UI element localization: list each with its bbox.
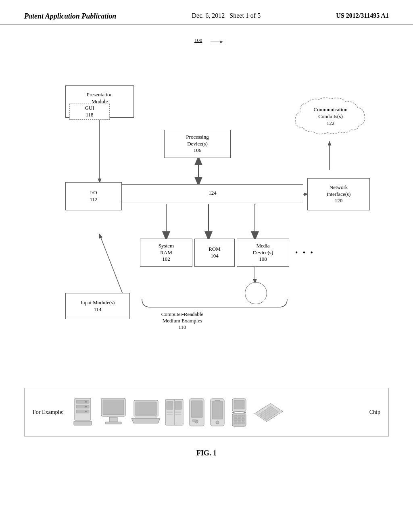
svg-rect-27 bbox=[167, 401, 173, 409]
network-interface-box: NetworkInterface(s)120 bbox=[307, 178, 370, 210]
page-header: Patent Application Publication Dec. 6, 2… bbox=[0, 0, 413, 25]
svg-rect-13 bbox=[76, 405, 89, 408]
sheet-info: Sheet 1 of 5 bbox=[229, 12, 261, 19]
ellipsis-dots: • • • bbox=[295, 249, 315, 257]
svg-point-17 bbox=[85, 406, 87, 407]
publication-number: US 2012/311495 A1 bbox=[336, 12, 389, 19]
svg-rect-21 bbox=[109, 417, 117, 422]
media-device-box: MediaDevice(s)108 bbox=[237, 239, 289, 267]
disk-icon bbox=[245, 282, 267, 304]
svg-rect-46 bbox=[234, 415, 237, 418]
svg-rect-52 bbox=[234, 422, 237, 424]
tablet-book-icon bbox=[164, 398, 184, 426]
svg-point-41 bbox=[216, 421, 219, 424]
svg-point-16 bbox=[85, 401, 87, 403]
io-box: I/O112 bbox=[65, 182, 122, 210]
patent-diagram: 100 bbox=[25, 33, 388, 384]
desktop-icon bbox=[99, 396, 127, 428]
phone-icon bbox=[209, 397, 226, 428]
svg-rect-22 bbox=[105, 422, 121, 424]
svg-rect-38 bbox=[192, 420, 196, 422]
chip-label: Chip bbox=[369, 409, 380, 416]
svg-rect-12 bbox=[76, 400, 89, 403]
bus-box: 124 bbox=[122, 184, 303, 202]
svg-rect-42 bbox=[215, 400, 220, 401]
pda-icon bbox=[188, 397, 206, 428]
gui-box: GUI118 bbox=[69, 104, 110, 120]
communication-cloud: CommunicationConduits(s)122 bbox=[291, 96, 370, 138]
chip-card-icon bbox=[252, 401, 285, 424]
svg-rect-28 bbox=[175, 401, 181, 409]
processing-device-box: ProcessingDevice(s)106 bbox=[164, 130, 231, 158]
server-icon bbox=[70, 396, 96, 428]
laptop-icon bbox=[131, 398, 161, 426]
svg-point-18 bbox=[85, 411, 87, 412]
svg-rect-50 bbox=[238, 418, 241, 421]
device-icons-row bbox=[70, 396, 363, 428]
system-ram-box: SystemRAM102 bbox=[140, 239, 192, 267]
ref-100-label: 100 bbox=[194, 37, 202, 44]
example-label: For Example: bbox=[33, 409, 64, 416]
header-center: Dec. 6, 2012 Sheet 1 of 5 bbox=[192, 12, 261, 19]
svg-rect-44 bbox=[234, 400, 244, 409]
svg-rect-48 bbox=[242, 415, 244, 418]
svg-rect-49 bbox=[234, 418, 237, 421]
svg-rect-36 bbox=[191, 401, 202, 418]
svg-rect-14 bbox=[76, 410, 89, 413]
crm-label: Computer-ReadableMedium Examples110 bbox=[130, 311, 235, 330]
svg-rect-53 bbox=[238, 422, 241, 424]
rom-box: ROM104 bbox=[194, 239, 235, 267]
svg-rect-40 bbox=[212, 401, 223, 419]
publication-title: Patent Application Publication bbox=[24, 12, 116, 21]
svg-rect-20 bbox=[103, 400, 124, 415]
mobile-flip-icon bbox=[229, 397, 249, 428]
publication-date: Dec. 6, 2012 bbox=[192, 12, 225, 19]
figure-label: FIG. 1 bbox=[0, 449, 413, 457]
svg-rect-51 bbox=[242, 418, 244, 421]
svg-rect-24 bbox=[136, 402, 156, 416]
example-section: For Example: bbox=[24, 388, 389, 437]
svg-rect-54 bbox=[242, 422, 244, 424]
svg-rect-15 bbox=[74, 421, 92, 425]
input-module-box: Input Module(s)114 bbox=[65, 293, 130, 319]
svg-rect-47 bbox=[238, 415, 241, 418]
